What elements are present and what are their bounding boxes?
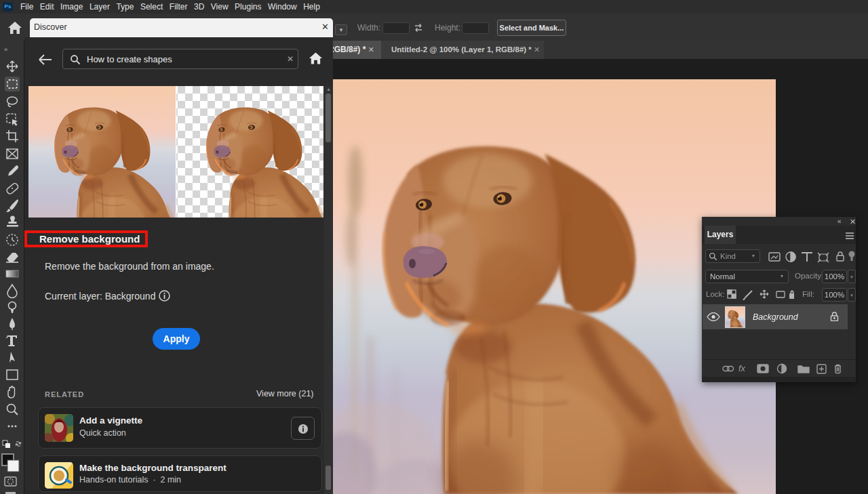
svg-text:fx: fx (738, 363, 746, 373)
